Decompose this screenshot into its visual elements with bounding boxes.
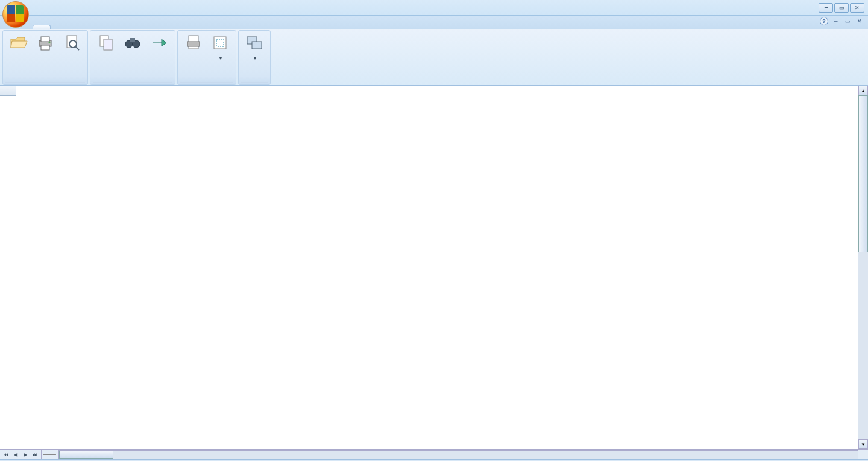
magnifier-page-icon: [62, 33, 81, 52]
minimize-button[interactable]: ━: [819, 3, 833, 13]
find-button[interactable]: [119, 32, 146, 55]
svg-rect-11: [130, 38, 135, 42]
copy-icon: [96, 33, 116, 52]
maximize-button[interactable]: ▭: [834, 3, 849, 13]
ribbon-tabs: ? ━ ▭ ✕: [0, 16, 868, 29]
folder-open-icon: [9, 33, 28, 52]
chevron-down-icon: ▼: [219, 56, 223, 60]
open-button[interactable]: [5, 32, 32, 55]
binoculars-icon: [123, 33, 142, 52]
horizontal-scrollbar[interactable]: [58, 450, 858, 459]
printer-icon: [36, 33, 55, 52]
windows-icon: [245, 33, 264, 52]
goto-button[interactable]: [146, 32, 172, 55]
svg-rect-1: [41, 37, 49, 42]
select-all-corner[interactable]: [0, 86, 16, 96]
switchwindow-button[interactable]: ▼: [241, 32, 268, 63]
ribbon-group-page: ▼: [177, 30, 236, 85]
pageparams-button[interactable]: [180, 32, 207, 55]
tab-prev-button[interactable]: ◀: [11, 450, 20, 459]
ribbon-group-window: ▼: [238, 30, 271, 85]
vertical-scrollbar[interactable]: ▲ ▼: [858, 86, 868, 449]
workbook-restore[interactable]: ▭: [843, 17, 852, 25]
workbook-minimize[interactable]: ━: [831, 17, 840, 25]
scroll-down-button[interactable]: ▼: [858, 439, 868, 449]
copy-button[interactable]: [93, 32, 119, 55]
worksheet-area: ▲ ▼: [0, 86, 868, 449]
svg-rect-2: [41, 45, 49, 50]
arrow-right-icon: [149, 33, 169, 52]
page-setup-icon: [184, 33, 203, 52]
ribbon: ▼ ▼: [0, 29, 868, 86]
tab-first-button[interactable]: ⏮: [1, 450, 11, 459]
quickprint-button[interactable]: [32, 32, 58, 55]
chevron-down-icon: ▼: [253, 56, 257, 60]
svg-rect-14: [214, 37, 226, 49]
print-area-icon: [210, 33, 230, 52]
office-button[interactable]: [2, 1, 29, 28]
scroll-up-button[interactable]: ▲: [858, 86, 868, 95]
ribbon-group-edit: [90, 30, 175, 85]
svg-rect-17: [252, 42, 262, 49]
tab-home[interactable]: [33, 25, 51, 29]
title-bar: ━ ▭ ✕: [0, 0, 868, 16]
sheet-tabs-bar: ⏮ ◀ ▶ ⏭: [0, 449, 868, 459]
hscroll-thumb[interactable]: [59, 451, 113, 459]
ribbon-group-document: [2, 30, 88, 85]
preview-button[interactable]: [58, 32, 85, 55]
sheet-tab[interactable]: [43, 454, 56, 455]
tab-last-button[interactable]: ⏭: [30, 450, 40, 459]
close-button[interactable]: ✕: [850, 3, 864, 13]
printarea-button[interactable]: ▼: [207, 32, 233, 63]
svg-line-6: [75, 46, 79, 50]
vscroll-thumb[interactable]: [858, 95, 868, 252]
svg-rect-13: [187, 42, 200, 46]
svg-point-3: [49, 42, 51, 43]
tab-next-button[interactable]: ▶: [20, 450, 30, 459]
workbook-close[interactable]: ✕: [855, 17, 864, 25]
svg-rect-8: [104, 39, 112, 50]
help-button[interactable]: ?: [820, 17, 828, 25]
